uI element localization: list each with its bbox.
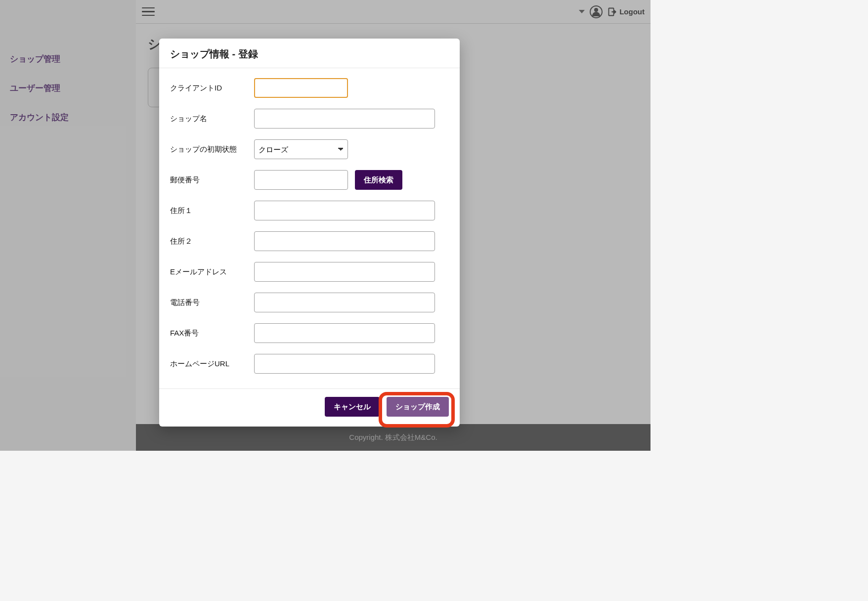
modal-title: ショップ情報 - 登録 xyxy=(159,39,460,68)
address1-label: 住所１ xyxy=(170,206,254,215)
client-id-label: クライアントID xyxy=(170,84,254,93)
shop-register-modal: ショップ情報 - 登録 クライアントID ショップ名 ショップの初期状態 クロー… xyxy=(159,39,460,427)
zip-input[interactable] xyxy=(254,170,348,190)
field-phone: 電話番号 xyxy=(170,293,449,312)
client-id-input[interactable] xyxy=(254,78,348,98)
zip-label: 郵便番号 xyxy=(170,175,254,185)
field-address2: 住所２ xyxy=(170,231,449,251)
fax-input[interactable] xyxy=(254,323,435,343)
shop-name-label: ショップ名 xyxy=(170,114,254,124)
initial-state-label: ショップの初期状態 xyxy=(170,145,254,154)
shop-name-input[interactable] xyxy=(254,109,435,129)
field-client-id: クライアントID xyxy=(170,78,449,98)
field-zip: 郵便番号 住所検索 xyxy=(170,170,449,190)
field-initial-state: ショップの初期状態 クローズ xyxy=(170,139,449,159)
address2-input[interactable] xyxy=(254,231,435,251)
address2-label: 住所２ xyxy=(170,237,254,246)
email-label: Eメールアドレス xyxy=(170,267,254,277)
field-address1: 住所１ xyxy=(170,201,449,220)
homepage-label: ホームページURL xyxy=(170,359,254,369)
modal-body: クライアントID ショップ名 ショップの初期状態 クローズ 郵便番号 住所 xyxy=(159,68,460,388)
modal-footer: キャンセル ショップ作成 xyxy=(159,388,460,427)
field-fax: FAX番号 xyxy=(170,323,449,343)
fax-label: FAX番号 xyxy=(170,329,254,338)
cancel-button[interactable]: キャンセル xyxy=(325,397,380,417)
initial-state-select[interactable]: クローズ xyxy=(254,139,348,159)
address-search-button[interactable]: 住所検索 xyxy=(355,170,402,190)
field-email: Eメールアドレス xyxy=(170,262,449,282)
phone-input[interactable] xyxy=(254,293,435,312)
address1-input[interactable] xyxy=(254,201,435,220)
field-shop-name: ショップ名 xyxy=(170,109,449,129)
email-input[interactable] xyxy=(254,262,435,282)
homepage-input[interactable] xyxy=(254,354,435,374)
field-homepage: ホームページURL xyxy=(170,354,449,374)
phone-label: 電話番号 xyxy=(170,298,254,307)
create-shop-button[interactable]: ショップ作成 xyxy=(387,397,449,417)
